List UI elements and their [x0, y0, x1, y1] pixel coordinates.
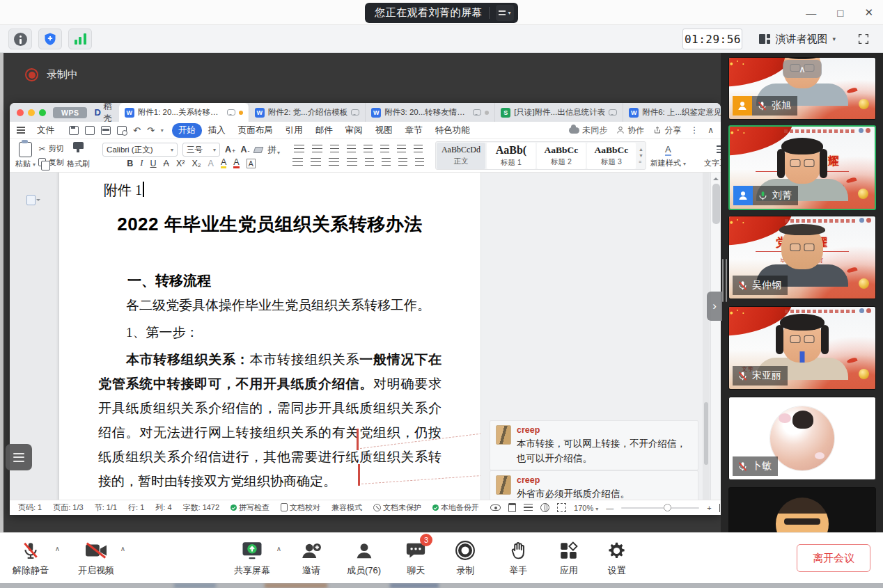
share-screen-button[interactable]: 共享屏幕 ∧ — [234, 539, 270, 577]
redo-icon[interactable]: ↷ — [147, 125, 155, 136]
sidebar-resize-handle[interactable] — [722, 259, 727, 302]
text-direction-icon[interactable] — [380, 145, 389, 153]
chevron-up-icon[interactable]: ∧ — [120, 545, 125, 553]
apps-button[interactable]: 应用 — [559, 539, 578, 577]
increase-indent-icon[interactable] — [347, 145, 356, 153]
font-color-button[interactable]: A — [233, 159, 239, 168]
zoom-out-button[interactable]: — — [606, 504, 614, 512]
leave-meeting-button[interactable]: 离开会议 — [797, 544, 870, 572]
style-heading3[interactable]: AaBbCc 标题 3 — [587, 143, 636, 169]
borders-icon[interactable] — [415, 158, 424, 166]
record-button[interactable]: 录制 — [455, 539, 476, 577]
char-border-button[interactable]: A — [247, 159, 256, 168]
menu-page-layout[interactable]: 页面布局 — [232, 123, 279, 138]
paste-button[interactable]: 粘贴 ▾ — [14, 141, 37, 170]
bullet-list-icon[interactable] — [294, 145, 304, 153]
comment-card-1[interactable]: creep 本市转接，可以网上转接，不开介绍信，也可以开介绍信。 — [490, 420, 698, 470]
chevron-up-icon[interactable]: ∧ — [55, 545, 60, 553]
grow-font-button[interactable]: A+ — [225, 145, 235, 154]
participant-tile-songyali[interactable]: 文学 宋亚丽 — [728, 306, 876, 390]
undo-icon[interactable]: ↶ — [133, 125, 141, 136]
settings-button[interactable]: 设置 — [607, 539, 626, 577]
backup-status[interactable]: 本地备份开 — [432, 502, 479, 513]
menu-special-features[interactable]: 特色功能 — [429, 123, 476, 138]
strikethrough-button[interactable]: A — [164, 159, 169, 168]
menu-insert[interactable]: 插入 — [202, 123, 232, 138]
network-status-button[interactable] — [68, 29, 92, 49]
members-button[interactable]: 成员(76) — [347, 539, 381, 577]
share-button[interactable]: 分享 — [653, 125, 681, 136]
paragraph-mark-icon[interactable] — [26, 195, 36, 205]
doc-tab-1[interactable]: W 附件1: 20...关系转移办法 — [119, 103, 249, 122]
view-mode-button[interactable]: 演讲者视图 ▾ — [752, 29, 843, 49]
print-icon[interactable] — [101, 126, 111, 135]
spellcheck-status[interactable]: 拼写检查 — [230, 502, 269, 513]
outline-view-icon[interactable] — [524, 504, 533, 511]
scroll-participants-up-button[interactable]: ∧ — [783, 60, 822, 78]
decrease-indent-icon[interactable] — [330, 145, 339, 153]
distribute-icon[interactable] — [365, 158, 374, 166]
page-view-icon[interactable] — [508, 503, 516, 512]
style-heading1[interactable]: AaBb( 标题 1 — [487, 143, 536, 169]
align-left-icon[interactable] — [292, 158, 303, 166]
text-effects-button[interactable]: A — [208, 159, 214, 168]
styles-scroll-arrows[interactable]: ▲▼≡ — [637, 147, 645, 164]
justify-icon[interactable] — [347, 158, 357, 166]
subscript-button[interactable]: X₂ — [192, 159, 201, 168]
participant-tile-partial[interactable]: ∨ — [728, 487, 876, 532]
invite-button[interactable]: 邀请 — [301, 539, 322, 577]
sync-status[interactable]: 未同步 — [569, 125, 607, 136]
comment-card-2[interactable]: creep 外省市必须开纸质介绍信。 — [490, 470, 698, 500]
comments-scrollbar[interactable] — [703, 173, 709, 500]
zoom-slider[interactable] — [621, 507, 699, 509]
chevron-down-icon[interactable]: ▾ — [161, 127, 164, 134]
menu-review[interactable]: 审阅 — [339, 123, 369, 138]
menu-view[interactable]: 视图 — [369, 123, 399, 138]
align-center-icon[interactable] — [311, 158, 321, 166]
menu-file[interactable]: 文件 — [31, 123, 61, 138]
expand-panel-button[interactable]: › — [707, 292, 722, 321]
banner-menu-button[interactable]: ▾ — [496, 5, 514, 21]
new-style-button[interactable]: A 新建样式 ▾ — [646, 141, 690, 170]
doc-tab-4[interactable]: S [只读]附件...出信息统计表 — [494, 103, 623, 122]
collaborate-button[interactable]: 协作 — [616, 125, 644, 136]
menu-section[interactable]: 章节 — [399, 123, 429, 138]
maximize-button[interactable]: □ — [837, 7, 843, 19]
protect-status[interactable]: 文档未保护 — [373, 502, 421, 513]
agenda-list-button[interactable] — [6, 444, 32, 470]
meeting-info-button[interactable] — [8, 29, 32, 49]
superscript-button[interactable]: X² — [176, 159, 185, 168]
clear-format-icon[interactable] — [253, 147, 264, 153]
participant-tile-liujing[interactable]: 耀 文学 员教育 — [728, 125, 876, 210]
shrink-font-button[interactable]: A- — [240, 145, 249, 154]
chat-button[interactable]: 3 聊天 — [406, 539, 425, 577]
proofing-status[interactable]: 文档校对 — [281, 502, 320, 513]
participant-tile-bumin[interactable]: 卜敏 — [728, 397, 876, 480]
zoom-slider-knob[interactable] — [664, 504, 671, 511]
line-spacing-icon[interactable] — [382, 158, 391, 166]
copy-button[interactable]: 复制 — [38, 157, 64, 168]
more-menu-icon[interactable]: ⋮ — [690, 125, 698, 135]
wps-brand-button[interactable]: WPS — [53, 107, 87, 118]
scrollbar-thumb[interactable] — [712, 184, 720, 224]
document-scrollbar[interactable] — [710, 173, 721, 500]
minimize-button[interactable]: — — [806, 7, 816, 19]
chevron-up-icon[interactable]: ∧ — [276, 545, 281, 553]
zoom-traffic-icon[interactable] — [39, 109, 46, 116]
close-button[interactable]: ✕ — [864, 6, 873, 19]
unmute-button[interactable]: 解除静音 ∧ — [13, 539, 49, 577]
start-video-button[interactable]: 开启视频 ∧ — [78, 539, 114, 577]
status-word-count[interactable]: 字数: 1472 — [183, 502, 220, 513]
participant-tile-zhangxu[interactable]: 党徽 文学院2022 教育 ∧ 张旭 — [728, 57, 876, 120]
menu-home[interactable]: 开始 — [172, 123, 202, 138]
scroll-up-arrow-icon[interactable] — [713, 175, 719, 180]
zoom-in-button[interactable]: + — [707, 504, 711, 512]
style-heading2[interactable]: AaBbCc 标题 2 — [537, 143, 586, 169]
close-traffic-icon[interactable] — [17, 109, 24, 116]
ruler-icon[interactable] — [414, 145, 423, 153]
participant-tile-wuzhonggang[interactable]: 党徽闪耀 毕业生党员教育 2年6月 吴仲钢 — [728, 216, 876, 299]
export-icon[interactable] — [85, 126, 95, 135]
doc-tab-3[interactable]: W 附件3: 20...转移友情提示 — [365, 103, 494, 122]
asian-layout-icon[interactable] — [364, 145, 373, 153]
style-normal[interactable]: AaBbCcDd 正文 — [437, 143, 485, 169]
